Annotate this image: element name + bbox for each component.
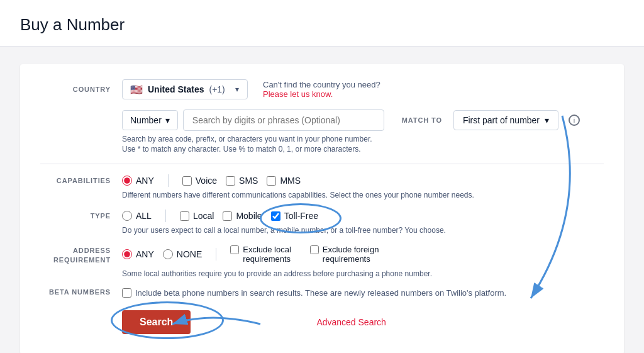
type-toll-free-label: Toll-Free <box>284 211 318 221</box>
address-divider <box>216 248 216 261</box>
capabilities-group: ANY Voice SMS MMS <box>122 174 301 187</box>
country-label: COUNTRY <box>40 86 122 93</box>
capability-mms-label: MMS <box>280 176 301 186</box>
address-desc: Some local authorities require you to pr… <box>122 269 604 278</box>
exclude-local-checkbox[interactable] <box>230 245 239 254</box>
type-local[interactable]: Local <box>180 211 214 221</box>
capability-any[interactable]: ANY <box>122 176 154 186</box>
country-dropdown[interactable]: 🇺🇸 United States (+1) ▾ <box>122 79 248 99</box>
capability-sms-checkbox[interactable] <box>226 176 235 186</box>
type-desc: Do your users expect to call a local num… <box>122 226 604 235</box>
address-none-label: NONE <box>177 249 202 259</box>
match-to-label: MATCH TO <box>402 116 442 124</box>
search-input[interactable] <box>183 109 384 131</box>
type-mobile-checkbox[interactable] <box>223 211 232 221</box>
type-all-label: ALL <box>136 211 152 221</box>
capability-sms[interactable]: SMS <box>226 176 258 186</box>
type-group: ALL Local Mobile T <box>122 210 318 222</box>
cant-find-text: Can't find the country you need? Please … <box>263 80 380 99</box>
hint-text-1: Search by area code, prefix, or characte… <box>122 135 604 143</box>
exclude-local-label: Exclude localrequirements <box>243 245 291 264</box>
capability-voice-checkbox[interactable] <box>182 176 192 186</box>
search-button[interactable]: Search <box>122 310 191 334</box>
please-let-us-know-link[interactable]: Please let us know. <box>263 89 333 99</box>
type-all[interactable]: ALL <box>122 211 152 221</box>
type-local-checkbox[interactable] <box>180 211 189 221</box>
beta-checkbox-container[interactable]: Include beta phone numbers in search res… <box>122 288 506 298</box>
country-chevron-icon: ▾ <box>235 85 239 94</box>
country-code: (+1) <box>209 84 225 94</box>
capabilities-label: CAPABILITIES <box>40 177 122 184</box>
search-button-label: Search <box>140 317 173 327</box>
capability-any-label: ANY <box>136 176 154 186</box>
type-mobile-label: Mobile <box>236 211 262 221</box>
match-chevron-icon: ▾ <box>545 115 549 125</box>
type-toll-free-checkbox[interactable] <box>271 211 280 221</box>
flag-icon: 🇺🇸 <box>130 85 143 94</box>
address-label: ADDRESSREQUIREMENT <box>40 245 122 266</box>
capability-mms[interactable]: MMS <box>267 176 301 186</box>
type-toll-free[interactable]: Toll-Free <box>271 211 318 221</box>
number-type-dropdown[interactable]: Number ▾ <box>122 110 178 130</box>
number-type-chevron-icon: ▾ <box>165 115 170 125</box>
beta-checkbox[interactable] <box>122 288 131 298</box>
address-any-radio[interactable] <box>122 249 132 259</box>
match-dropdown[interactable]: First part of number ▾ <box>453 110 558 130</box>
type-divider <box>165 210 166 222</box>
beta-text: Include beta phone numbers in search res… <box>135 288 506 298</box>
capability-sms-label: SMS <box>239 176 258 186</box>
capability-any-radio[interactable] <box>122 176 132 186</box>
type-label: TYPE <box>40 212 122 220</box>
hint-text-2: Use * to match any character. Use % to m… <box>122 145 604 154</box>
exclude-foreign[interactable]: Exclude foreignrequirements <box>310 245 379 264</box>
country-name: United States <box>148 84 204 94</box>
address-group: ANY NONE Exclude localrequirements Exclu… <box>122 245 379 264</box>
address-none[interactable]: NONE <box>163 249 202 259</box>
capabilities-desc: Different numbers have different communi… <box>122 191 604 199</box>
caps-divider <box>168 174 169 187</box>
beta-label: BETA NUMBERS <box>40 288 122 296</box>
capability-voice[interactable]: Voice <box>182 176 217 186</box>
match-option-label: First part of number <box>463 115 540 125</box>
advanced-search-link[interactable]: Advanced Search <box>316 317 386 327</box>
type-all-radio[interactable] <box>122 211 132 221</box>
capability-voice-label: Voice <box>196 176 217 186</box>
capability-mms-checkbox[interactable] <box>267 176 276 186</box>
address-any[interactable]: ANY <box>122 249 154 259</box>
address-any-label: ANY <box>136 249 154 259</box>
toll-free-container: Toll-Free <box>271 211 318 221</box>
address-none-radio[interactable] <box>163 249 173 259</box>
exclude-foreign-label: Exclude foreignrequirements <box>323 245 379 264</box>
number-type-label: Number <box>130 115 162 125</box>
page-title: Buy a Number <box>0 0 644 47</box>
type-mobile[interactable]: Mobile <box>223 211 262 221</box>
exclude-foreign-checkbox[interactable] <box>310 245 319 254</box>
info-icon[interactable]: i <box>569 115 580 126</box>
divider-1 <box>40 164 604 164</box>
exclude-local[interactable]: Exclude localrequirements <box>230 245 291 264</box>
type-local-label: Local <box>193 211 214 221</box>
